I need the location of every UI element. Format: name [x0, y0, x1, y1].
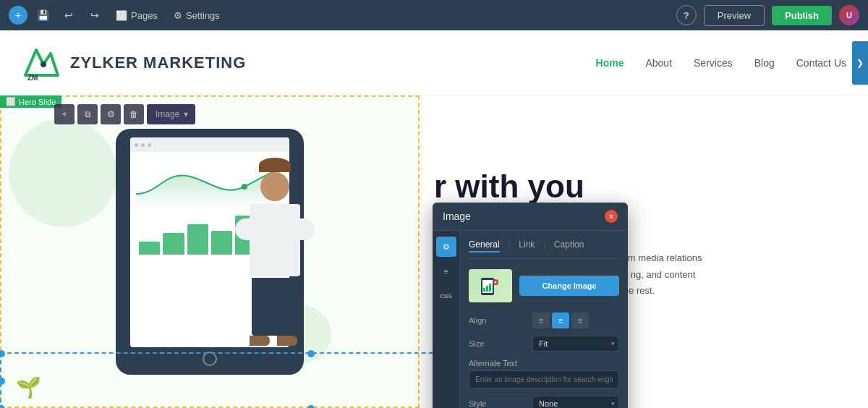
person-figure — [231, 172, 318, 375]
site-nav: Home About Services Blog Contact Us — [596, 57, 846, 69]
panel-tabs: General | Link | Caption — [469, 239, 619, 259]
person-arms — [235, 218, 315, 240]
tab-caption[interactable]: Caption — [554, 239, 584, 252]
sidebar-general-icon[interactable]: ⚙ — [436, 237, 456, 257]
element-dropdown-icon: ▾ — [184, 109, 188, 119]
panel-content: General | Link | Caption — [460, 231, 628, 408]
element-type-label: Image — [156, 109, 179, 119]
hero-slide-badge: ⬜ Hero Slide — [0, 95, 61, 108]
person-head — [260, 172, 289, 201]
element-type-button[interactable]: Image ▾ — [147, 104, 195, 124]
panel-close-button[interactable]: × — [605, 210, 618, 223]
hero-headline-part1: r with you — [434, 169, 584, 204]
image-panel: Image × ⚙ ≡ CSS General | Link | Caption — [433, 203, 628, 408]
person-body — [250, 204, 300, 276]
site-name: ZYLKER MARKETING — [70, 54, 246, 72]
avatar[interactable]: U — [839, 5, 859, 25]
tablet-screen-header — [130, 137, 289, 152]
svg-rect-8 — [483, 288, 485, 292]
publish-button[interactable]: Publish — [772, 6, 832, 25]
element-add-button[interactable]: + — [54, 104, 75, 124]
add-button[interactable]: + — [9, 6, 27, 25]
hero-section: ⬜ Hero Slide + ⧉ ⚙ 🗑 Image ▾ — [0, 95, 868, 408]
nav-home[interactable]: Home — [596, 57, 624, 69]
toolbar-left-group: + 💾 ↩ ↪ ⬜ Pages ⚙ Settings — [9, 4, 226, 26]
element-settings-button[interactable]: ⚙ — [101, 104, 121, 124]
sidebar-style-icon[interactable]: ≡ — [436, 261, 456, 281]
toolbar-right-group: ? Preview Publish U — [676, 5, 859, 26]
redo-button[interactable]: ↪ — [84, 4, 106, 26]
style-select-wrapper: None Shadow Border ▾ — [532, 396, 619, 408]
settings-label: Settings — [186, 10, 220, 21]
style-select[interactable]: None Shadow Border — [532, 396, 619, 408]
nav-services[interactable]: Services — [694, 57, 733, 69]
size-row: Size Fit Fill Original ▾ — [469, 336, 619, 352]
change-image-button[interactable]: Change Image — [519, 276, 619, 296]
tab-dot-1 — [135, 143, 138, 147]
size-select[interactable]: Fit Fill Original — [532, 336, 619, 352]
alt-text-label: Alternate Text — [469, 359, 619, 367]
help-button[interactable]: ? — [676, 5, 697, 25]
style-label: Style — [469, 399, 527, 408]
image-thumbnail — [469, 269, 512, 302]
deco-plant: 🌱 — [16, 375, 41, 399]
nav-blog[interactable]: Blog — [754, 57, 775, 69]
tab-dot-3 — [148, 143, 151, 147]
sidebar-css-icon[interactable]: CSS — [436, 286, 456, 306]
align-center-button[interactable]: ≡ — [552, 313, 569, 328]
alt-text-input[interactable] — [469, 370, 619, 388]
align-label: Align — [469, 316, 527, 325]
tab-divider-2: | — [543, 239, 545, 252]
hero-slide-label: Hero Slide — [19, 98, 56, 106]
svg-point-3 — [41, 61, 46, 67]
save-button[interactable]: 💾 — [32, 4, 54, 26]
bar-1 — [139, 242, 160, 255]
tab-link[interactable]: Link — [519, 239, 535, 252]
panel-title: Image — [443, 211, 471, 222]
bar-4 — [211, 231, 232, 255]
undo-button[interactable]: ↩ — [58, 4, 80, 26]
bar-2 — [163, 233, 184, 255]
alt-text-section: Alternate Text — [469, 359, 619, 396]
top-toolbar: + 💾 ↩ ↪ ⬜ Pages ⚙ Settings ? Preview Pub… — [0, 0, 868, 30]
image-preview-row: Change Image — [469, 269, 619, 302]
person-pants — [252, 278, 299, 336]
size-select-wrapper: Fit Fill Original ▾ — [532, 336, 619, 352]
tab-divider-1: | — [509, 239, 511, 252]
panel-sidebar: ⚙ ≡ CSS — [433, 231, 460, 408]
person-shoe-right — [277, 336, 297, 346]
panel-body: ⚙ ≡ CSS General | Link | Caption — [433, 231, 628, 408]
person-shoe-left — [250, 336, 270, 346]
nav-contact[interactable]: Contact Us — [796, 57, 846, 69]
hero-slide-icon: ⬜ — [6, 97, 16, 106]
person-hair — [259, 158, 291, 172]
pages-nav[interactable]: ⬜ Pages — [110, 7, 163, 24]
svg-text:ZM: ZM — [27, 74, 38, 82]
align-right-button[interactable]: ≡ — [571, 313, 589, 328]
tablet-illustration — [58, 122, 362, 382]
pages-icon: ⬜ — [116, 10, 127, 21]
settings-icon: ⚙ — [174, 10, 182, 21]
site-header: ZM ZYLKER MARKETING Home About Services … — [0, 30, 868, 95]
image-thumb-content — [469, 269, 512, 302]
tablet-home-button — [203, 352, 217, 366]
element-toolbar: + ⧉ ⚙ 🗑 Image ▾ — [54, 104, 195, 124]
nav-about[interactable]: About — [645, 57, 672, 69]
nav-expand-arrow[interactable]: ❯ — [852, 41, 868, 85]
avatar-image: U — [839, 5, 859, 25]
thumb-icon — [480, 275, 501, 297]
element-delete-button[interactable]: 🗑 — [124, 104, 144, 124]
align-row: Align ≡ ≡ ≡ — [469, 313, 619, 328]
element-copy-button[interactable]: ⧉ — [77, 104, 98, 124]
style-row: Style None Shadow Border ▾ — [469, 396, 619, 408]
svg-rect-9 — [486, 286, 488, 292]
size-label: Size — [469, 339, 527, 348]
hero-image-area[interactable]: 🌱 — [0, 95, 420, 408]
tab-general[interactable]: General — [469, 239, 500, 252]
align-left-button[interactable]: ≡ — [532, 313, 550, 328]
preview-button[interactable]: Preview — [704, 5, 765, 26]
logo-icon: ZM — [22, 43, 61, 82]
tab-dot-2 — [141, 143, 145, 147]
person-shoes — [250, 336, 300, 346]
settings-nav[interactable]: ⚙ Settings — [168, 7, 226, 24]
